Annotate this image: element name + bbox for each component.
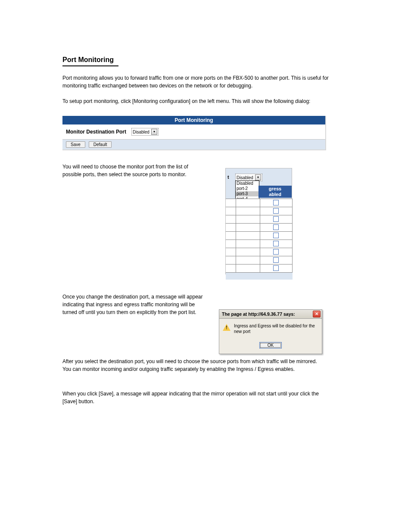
enable-checkbox[interactable] [273, 241, 279, 246]
close-button[interactable]: ✕ [313, 311, 321, 317]
option-port-3[interactable]: port-3 [236, 191, 259, 196]
enable-checkbox[interactable] [273, 216, 279, 222]
dialog-title: The page at http://64.9.36.77 says: [222, 311, 295, 317]
enable-checkbox[interactable] [273, 249, 279, 255]
port-monitoring-panel: Port Monitoring Monitor Destination Port… [62, 116, 326, 150]
option-disabled[interactable]: Disabled [236, 181, 259, 186]
select-value: Disabled [133, 130, 149, 134]
intro-paragraph: Port monitoring allows you to forward tr… [62, 74, 349, 90]
confirm-dialog: The page at http://64.9.36.77 says: ✕ In… [219, 309, 322, 354]
save-note-paragraph: When you click [Save], a message will ap… [62, 390, 326, 405]
table-header-gress: gress [258, 186, 292, 192]
select-value: Disabled [237, 175, 253, 180]
table-header-abled: abled [258, 192, 292, 198]
cropped-letter: t [227, 174, 229, 180]
enable-checkbox[interactable] [273, 233, 279, 238]
monitor-dest-port-select[interactable]: Disabled ▾ [131, 128, 159, 136]
close-icon: ✕ [315, 312, 318, 316]
port-select-dropdown-figure: t Disabled ▾ Disabled port-2 port-3 port… [225, 168, 292, 274]
section-heading: Port Monitoring [62, 56, 118, 66]
setup-paragraph: To setup port monitoring, click [Monitor… [62, 97, 349, 105]
dialog-message: Ingress and Egress will be disabled for … [234, 323, 318, 334]
ok-button[interactable]: OK [259, 342, 282, 348]
choose-paragraph: You will need to choose the monitor port… [62, 163, 202, 178]
dialog-titlebar: The page at http://64.9.36.77 says: ✕ [219, 309, 322, 318]
save-button[interactable]: Save [66, 141, 85, 148]
option-port-2[interactable]: port-2 [236, 186, 259, 191]
enable-checkbox[interactable] [273, 200, 279, 205]
panel-title: Port Monitoring [62, 116, 325, 124]
chevron-down-icon: ▾ [255, 174, 261, 180]
warning-icon [223, 324, 230, 331]
enable-table [226, 199, 293, 280]
enable-checkbox[interactable] [273, 208, 279, 214]
enable-checkbox[interactable] [273, 257, 279, 263]
monitor-dest-port-label: Monitor Destination Port [66, 129, 126, 135]
default-button[interactable]: Default [89, 141, 112, 148]
panel-button-row: Save Default [62, 140, 325, 149]
panel-body: Monitor Destination Port Disabled ▾ [62, 124, 325, 140]
once-change-paragraph: Once you change the destination port, a … [62, 293, 209, 316]
enable-checkbox[interactable] [273, 265, 279, 271]
chevron-down-icon: ▾ [151, 129, 157, 135]
after-select-paragraph: After you select the destination port, y… [62, 358, 326, 373]
enable-checkbox[interactable] [273, 224, 279, 230]
